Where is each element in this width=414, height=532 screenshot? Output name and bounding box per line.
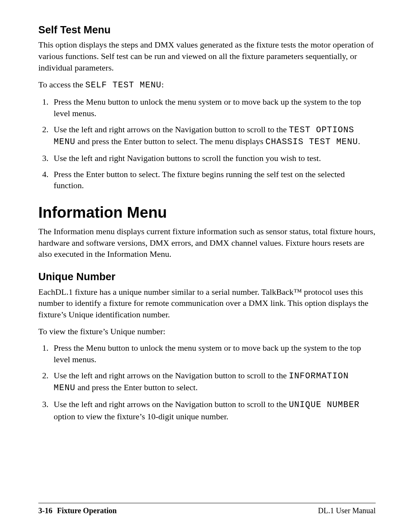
paragraph-unique-intro: EachDL.1 fixture has a unique number sim…: [38, 286, 376, 320]
heading-information-menu: Information Menu: [38, 202, 376, 223]
step-2: Use the left and right arrows on the Nav…: [51, 124, 376, 148]
footer-left: 3-16Fixture Operation: [38, 506, 117, 516]
text: Use the left and right arrows on the Nav…: [54, 371, 289, 380]
paragraph-view-unique: To view the fixture’s Unique number:: [38, 326, 376, 337]
paragraph-self-test-intro: This option displays the steps and DMX v…: [38, 39, 376, 73]
menu-name-chassis-test: CHASSIS TEST MENU: [266, 137, 358, 147]
text: and press the Enter button to select.: [76, 383, 198, 392]
steps-unique-number: Press the Menu button to unlock the menu…: [38, 342, 376, 422]
section-information-menu: Information Menu The Information menu di…: [38, 202, 376, 260]
heading-self-test: Self Test Menu: [38, 23, 376, 37]
step-3: Use the left and right arrows on the Nav…: [51, 399, 376, 422]
footer-row: 3-16Fixture Operation DL.1 User Manual: [38, 506, 376, 516]
section-unique-number: Unique Number EachDL.1 fixture has a uni…: [38, 270, 376, 422]
step-2: Use the left and right arrows on the Nav…: [51, 370, 376, 394]
page-footer: 3-16Fixture Operation DL.1 User Manual: [38, 503, 376, 516]
heading-unique-number: Unique Number: [38, 270, 376, 284]
text: and press the Enter button to select. Th…: [76, 136, 266, 146]
text: option to view the fixture’s 10-digit un…: [54, 412, 228, 421]
manual-title: DL.1 User Manual: [318, 506, 376, 516]
paragraph-access-self-test: To access the SELF TEST MENU:: [38, 79, 376, 91]
paragraph-info-intro: The Information menu displays current fi…: [38, 226, 376, 260]
text: :: [161, 80, 164, 89]
section-self-test: Self Test Menu This option displays the …: [38, 23, 376, 191]
step-4: Press the Enter button to select. The fi…: [51, 169, 376, 191]
steps-self-test: Press the Menu button to unlock the menu…: [38, 96, 376, 191]
step-1: Press the Menu button to unlock the menu…: [51, 342, 376, 365]
menu-name-unique-number: UNIQUE NUMBER: [289, 400, 360, 410]
step-1: Press the Menu button to unlock the menu…: [51, 96, 376, 119]
text: To access the: [38, 80, 85, 89]
footer-rule: [38, 503, 376, 503]
text: Use the left and right arrows on the Nav…: [54, 399, 289, 409]
menu-name-self-test: SELF TEST MENU: [85, 80, 161, 90]
step-3: Use the left and right Navigation button…: [51, 153, 376, 164]
page-number: 3-16: [38, 506, 53, 515]
chapter-title: Fixture Operation: [57, 506, 117, 515]
text: .: [358, 136, 360, 146]
text: Use the left and right arrows on the Nav…: [54, 125, 289, 134]
